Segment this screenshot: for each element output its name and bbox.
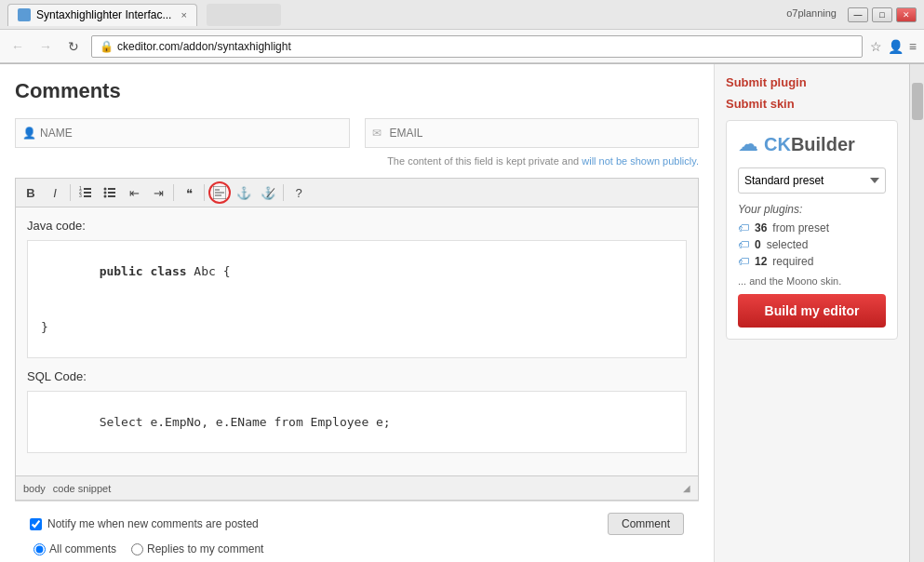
svg-rect-6 <box>108 188 115 190</box>
forward-btn[interactable]: → <box>35 36 56 57</box>
email-input[interactable] <box>365 118 700 148</box>
java-label: Java code: <box>27 219 687 233</box>
svg-rect-0 <box>84 188 91 190</box>
address-bar[interactable]: 🔒 ckeditor.com/addon/syntaxhighlight <box>91 35 863 58</box>
sep4 <box>283 184 284 201</box>
notify-checkbox[interactable] <box>30 518 42 530</box>
minimize-btn[interactable]: — <box>848 7 868 22</box>
maximize-btn[interactable]: □ <box>872 7 892 22</box>
window-controls: o7planning — □ ✕ <box>786 7 917 22</box>
svg-point-9 <box>104 188 107 191</box>
sep3 <box>204 184 205 201</box>
blockquote-btn[interactable]: ❝ <box>178 181 200 204</box>
bottom-bar: Notify me when new comments are posted C… <box>15 501 699 562</box>
replies-radio[interactable] <box>131 543 143 555</box>
tab-title: Syntaxhighlighter Interfac... <box>36 8 171 21</box>
window-title-text: o7planning <box>786 7 837 22</box>
tab-favicon <box>18 8 31 21</box>
plugin-tag-icon-2: 🏷 <box>738 238 749 251</box>
bold-btn[interactable]: B <box>20 181 42 204</box>
all-comments-label: All comments <box>49 542 116 555</box>
page-title: Comments <box>15 79 699 103</box>
ordered-list-btn[interactable]: 123 <box>74 181 97 204</box>
svg-rect-8 <box>108 195 115 197</box>
tab-close-btn[interactable]: × <box>181 9 186 20</box>
plugin-desc-2: selected <box>767 238 809 251</box>
outdent-btn[interactable]: ⇤ <box>123 181 145 204</box>
svg-point-10 <box>104 192 107 194</box>
svg-point-11 <box>104 195 107 198</box>
privacy-link[interactable]: will not be shown publicly. <box>582 155 699 167</box>
moono-note: ... and the Moono skin. <box>738 275 886 287</box>
plugins-label: Your plugins: <box>738 203 886 216</box>
main-content: Comments 👤 ✉ The content of this field i… <box>0 64 714 562</box>
help-btn[interactable]: ? <box>288 181 310 204</box>
plugin-row-3: 🏷 12 required <box>738 255 886 268</box>
comment-row: Notify me when new comments are posted C… <box>30 509 684 539</box>
notify-checkbox-row: Notify me when new comments are posted <box>30 517 259 530</box>
italic-btn[interactable]: I <box>44 181 66 204</box>
plugin-row-1: 🏷 36 from preset <box>738 221 886 234</box>
editor-toolbar: B I 123 ⇤ ⇥ ❝ ⚓ ⚓̸ <box>15 178 699 207</box>
plugin-tag-icon-3: 🏷 <box>738 255 749 268</box>
plugin-tag-icon-1: 🏷 <box>738 221 749 234</box>
code-snippet-btn[interactable] <box>208 181 231 204</box>
indent-btn[interactable]: ⇥ <box>147 181 169 204</box>
url-text: ckeditor.com/addon/syntaxhighlight <box>117 40 291 53</box>
ck-builder-box: ☁ CKBuilder Standard preset Basic preset… <box>726 120 898 340</box>
refresh-btn[interactable]: ↻ <box>63 36 84 57</box>
editor-bottom-bar: body code snippet ◢ <box>15 476 699 501</box>
radio-replies: Replies to my comment <box>131 542 263 555</box>
resize-handle[interactable]: ◢ <box>683 483 690 493</box>
plugin-row-2: 🏷 0 selected <box>738 238 886 251</box>
name-input-wrapper: 👤 <box>15 118 350 148</box>
back-btn[interactable]: ← <box>7 36 28 57</box>
user-field-icon: 👤 <box>22 127 36 140</box>
submit-skin-link[interactable]: Submit skin <box>726 97 898 111</box>
plugin-count-2: 0 <box>755 238 761 251</box>
privacy-note: The content of this field is kept privat… <box>15 155 699 167</box>
snippet-tag[interactable]: code snippet <box>53 483 111 494</box>
plugin-desc-3: required <box>772 255 813 268</box>
cloud-icon: ☁ <box>738 132 758 156</box>
svg-rect-7 <box>108 192 115 194</box>
unordered-list-btn[interactable] <box>99 181 121 204</box>
plugin-count-3: 12 <box>755 255 767 268</box>
sql-code-block: Select e.EmpNo, e.EName from Employee e; <box>27 391 687 453</box>
plugin-count-1: 36 <box>755 221 767 234</box>
bookmark-icon[interactable]: ☆ <box>870 39 882 54</box>
svg-text:3: 3 <box>79 193 82 198</box>
java-code-block: public class Abc { } <box>27 240 687 358</box>
scrollbar-thumb[interactable] <box>912 83 923 120</box>
close-btn[interactable]: ✕ <box>896 7 917 22</box>
radio-all-comments: All comments <box>33 542 116 555</box>
scrollbar-track[interactable] <box>909 64 924 562</box>
unlink-btn[interactable]: ⚓̸ <box>257 181 279 204</box>
link-btn[interactable]: ⚓ <box>233 181 255 204</box>
ck-builder-text: CKBuilder <box>764 134 855 155</box>
ck-logo: ☁ CKBuilder <box>738 132 886 156</box>
body-tag[interactable]: body <box>23 483 46 494</box>
email-input-wrapper: ✉ <box>365 118 700 148</box>
preset-select[interactable]: Standard preset Basic preset Full preset… <box>738 167 886 194</box>
comment-btn[interactable]: Comment <box>608 513 684 535</box>
form-row: 👤 ✉ <box>15 118 699 148</box>
sql-label: SQL Code: <box>27 369 687 383</box>
build-editor-btn[interactable]: Build my editor <box>738 294 886 328</box>
editor-area[interactable]: Java code: public class Abc { } SQL Code… <box>15 207 699 476</box>
svg-rect-1 <box>84 192 91 194</box>
user-icon[interactable]: 👤 <box>888 39 904 54</box>
all-comments-radio[interactable] <box>33 543 46 555</box>
notify-label: Notify me when new comments are posted <box>47 517 259 530</box>
svg-rect-2 <box>84 195 91 197</box>
browser-tab[interactable]: Syntaxhighlighter Interfac... × <box>7 4 197 26</box>
sep2 <box>173 184 174 201</box>
sidebar: Submit plugin Submit skin ☁ CKBuilder St… <box>714 64 909 562</box>
menu-icon[interactable]: ≡ <box>909 39 917 54</box>
radio-row: All comments Replies to my comment <box>30 542 684 555</box>
sep1 <box>70 184 71 201</box>
name-input[interactable] <box>15 118 350 148</box>
replies-label: Replies to my comment <box>147 542 263 555</box>
email-field-icon: ✉ <box>372 127 382 140</box>
submit-plugin-link[interactable]: Submit plugin <box>726 75 898 89</box>
